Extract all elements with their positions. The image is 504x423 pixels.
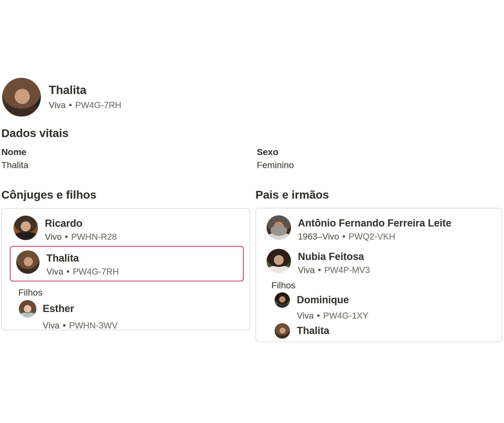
bullet-separator: • bbox=[69, 100, 72, 110]
person-row-father[interactable]: Antônio Fernando Ferreira Leite 1963–Viv… bbox=[267, 215, 496, 241]
sex-value: Feminino bbox=[257, 160, 502, 169]
bullet-separator: • bbox=[342, 232, 345, 241]
vitals-heading: Dados vitais bbox=[1, 127, 502, 139]
spouse-name: Ricardo bbox=[45, 218, 117, 229]
person-header-text: Thalita Viva•PW4G-7RH bbox=[49, 78, 121, 110]
person-row-child[interactable]: Esther Viva•PWHN-3WV bbox=[19, 300, 244, 330]
bullet-separator: • bbox=[317, 311, 320, 321]
bullet-separator: • bbox=[65, 232, 68, 242]
selected-person-lifespan-id: Viva•PW4G-7RH bbox=[46, 267, 119, 276]
spouses-column: Cônjuges e filhos Ricardo Vivo•PWHN-R28 … bbox=[1, 189, 250, 342]
lifespan-text: Viva bbox=[297, 341, 314, 342]
person-row-sibling[interactable]: Thalita Viva•PW4G-7RH bbox=[275, 323, 496, 342]
sibling-name: Dominique bbox=[297, 294, 496, 306]
person-id: PWHN-3WV bbox=[69, 321, 118, 330]
person-id: PW4P-MV3 bbox=[324, 265, 370, 275]
name-label: Nome bbox=[1, 147, 257, 156]
name-value: Thalita bbox=[1, 160, 257, 169]
person-row-spouse[interactable]: Ricardo Vivo•PWHN-R28 bbox=[14, 216, 244, 242]
person-id: PW4G-7RH bbox=[323, 341, 369, 342]
sibling-photo[interactable] bbox=[275, 292, 290, 308]
person-lifespan-id: Viva•PW4G-7RH bbox=[49, 100, 121, 110]
selected-person-name: Thalita bbox=[46, 253, 119, 264]
father-lifespan-id: 1963–Vivo•PWQ2-VKH bbox=[298, 232, 451, 241]
sibling-name: Thalita bbox=[297, 325, 496, 337]
lifespan-text: Viva bbox=[297, 311, 314, 321]
lifespan-text: Viva bbox=[46, 267, 63, 276]
person-id: PW4G-7RH bbox=[73, 267, 119, 276]
person-id: PWHN-R28 bbox=[71, 232, 117, 242]
lifespan-text: Vivo bbox=[45, 232, 62, 242]
lifespan-text: Viva bbox=[298, 265, 315, 275]
bullet-separator: • bbox=[63, 321, 66, 330]
mother-lifespan-id: Viva•PW4P-MV3 bbox=[298, 265, 370, 275]
vitals-field-sex: Sexo Feminino bbox=[257, 147, 502, 169]
selected-person-box[interactable]: Thalita Viva•PW4G-7RH bbox=[10, 246, 244, 281]
family-members-section: Cônjuges e filhos Ricardo Vivo•PWHN-R28 … bbox=[1, 189, 502, 342]
mother-photo[interactable] bbox=[267, 249, 291, 273]
person-id: PWQ2-VKH bbox=[349, 232, 395, 241]
sibling-lifespan-id: Viva•PW4G-1XY bbox=[297, 311, 496, 321]
lifespan-text: 1963–Vivo bbox=[298, 232, 339, 241]
lifespan-text: Viva bbox=[49, 100, 66, 110]
lifespan-text: Viva bbox=[43, 321, 60, 330]
children-label: Filhos bbox=[18, 288, 250, 297]
father-photo[interactable] bbox=[267, 215, 291, 240]
child-photo[interactable] bbox=[19, 300, 36, 318]
bullet-separator: • bbox=[317, 342, 320, 342]
person-details-page: { "ui": { "dot": "•" }, "colors": { "acc… bbox=[0, 0, 504, 423]
person-id: PW4G-7RH bbox=[75, 100, 121, 110]
parents-column: Pais e irmãos Antônio Fernando Ferreira … bbox=[255, 189, 502, 342]
spouse-photo[interactable] bbox=[14, 216, 38, 240]
vitals-fields: Nome Thalita Sexo Feminino bbox=[1, 147, 502, 169]
profile-photo[interactable] bbox=[2, 78, 41, 117]
selected-person-text: Thalita Viva•PW4G-7RH bbox=[46, 250, 119, 276]
parents-heading: Pais e irmãos bbox=[255, 189, 502, 200]
sibling-lifespan-id: Viva•PW4G-7RH bbox=[297, 342, 496, 342]
mother-name: Nubia Feitosa bbox=[298, 251, 370, 263]
person-id: PW4G-1XY bbox=[323, 311, 368, 321]
person-row-mother[interactable]: Nubia Feitosa Viva•PW4P-MV3 bbox=[267, 249, 496, 275]
person-header: Thalita Viva•PW4G-7RH bbox=[2, 78, 121, 117]
father-name: Antônio Fernando Ferreira Leite bbox=[298, 217, 451, 229]
spouse-text: Ricardo Vivo•PWHN-R28 bbox=[45, 216, 117, 242]
father-text: Antônio Fernando Ferreira Leite 1963–Viv… bbox=[298, 215, 451, 241]
mother-text: Nubia Feitosa Viva•PW4P-MV3 bbox=[298, 249, 370, 275]
child-lifespan-id: Viva•PWHN-3WV bbox=[43, 321, 244, 330]
spouses-heading: Cônjuges e filhos bbox=[1, 189, 250, 200]
person-row-sibling[interactable]: Dominique Viva•PW4G-1XY bbox=[275, 292, 496, 321]
bullet-separator: • bbox=[318, 265, 321, 275]
spouses-card: Ricardo Vivo•PWHN-R28 Thalita Viva•PW4G-… bbox=[1, 208, 250, 330]
vitals-field-name: Nome Thalita bbox=[1, 147, 257, 169]
vitals-section: Dados vitais Nome Thalita Sexo Feminino bbox=[1, 127, 502, 169]
sex-label: Sexo bbox=[257, 147, 502, 156]
page-title: Thalita bbox=[49, 84, 121, 96]
selected-person-photo[interactable] bbox=[16, 250, 40, 274]
sibling-photo[interactable] bbox=[275, 323, 290, 339]
child-name: Esther bbox=[43, 303, 244, 315]
spouse-lifespan-id: Vivo•PWHN-R28 bbox=[45, 232, 117, 242]
person-row-selected[interactable]: Thalita Viva•PW4G-7RH bbox=[16, 250, 238, 276]
children-label: Filhos bbox=[271, 281, 502, 290]
bullet-separator: • bbox=[67, 267, 70, 276]
parents-card: Antônio Fernando Ferreira Leite 1963–Viv… bbox=[255, 208, 502, 342]
